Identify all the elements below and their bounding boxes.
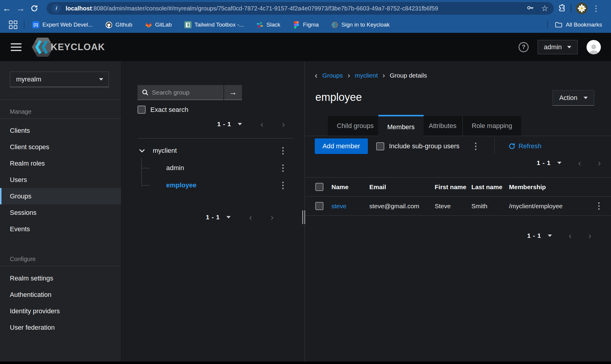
- kebab-menu-icon[interactable]: [281, 146, 285, 156]
- extensions-icon[interactable]: [558, 4, 566, 13]
- pagination-range[interactable]: 1 - 1: [537, 159, 551, 166]
- bookmark-keycloak-signin[interactable]: Sign in to Keycloak: [331, 21, 390, 28]
- sidebar-item-user-federation[interactable]: User federation: [0, 319, 121, 336]
- select-all-checkbox[interactable]: [315, 183, 323, 191]
- include-subgroup-checkbox[interactable]: [376, 142, 384, 150]
- column-header-membership: Membership: [509, 183, 590, 191]
- bookmark-figma[interactable]: Figma: [293, 21, 319, 28]
- panel-resize-handle[interactable]: [302, 210, 305, 224]
- nav-section-manage: Manage: [10, 108, 31, 115]
- group-search-input[interactable]: [152, 89, 220, 96]
- password-key-icon[interactable]: [526, 4, 535, 13]
- keycloak-logo[interactable]: KEYCLOAK: [32, 38, 105, 57]
- url-bar[interactable]: i localhost:8080/admin/master/console/#/…: [47, 2, 554, 15]
- bookmark-expert-web[interactable]: [1] Expert Web Devel...: [32, 21, 93, 28]
- user-menu-label: admin: [544, 43, 562, 51]
- pagination-range[interactable]: 1 - 1: [217, 121, 231, 128]
- pagination-next-icon[interactable]: ›: [598, 158, 601, 167]
- group-search-box: [138, 85, 223, 100]
- browser-profile-avatar[interactable]: [576, 3, 587, 14]
- pagination-range[interactable]: 1 - 1: [527, 232, 541, 239]
- user-menu-dropdown[interactable]: admin: [538, 40, 578, 54]
- sidebar-divider: [0, 118, 121, 119]
- refresh-label: Refresh: [519, 142, 541, 150]
- member-first-name: Steve: [435, 203, 471, 210]
- nav-item-label: Realm settings: [10, 274, 53, 282]
- bookmark-tailwind-toolbox[interactable]: Tailwind Toolbox -...: [184, 21, 244, 28]
- group-employee-selected[interactable]: employee: [166, 181, 197, 189]
- bookmarks-bar: [1] Expert Web Devel... GIthub GitLab Ta…: [0, 17, 611, 33]
- pagination-prev-icon[interactable]: ‹: [260, 120, 263, 129]
- sidebar-item-realm-settings[interactable]: Realm settings: [0, 270, 121, 286]
- tree-row-employee[interactable]: employee: [121, 178, 305, 193]
- sidebar-item-users[interactable]: Users: [0, 172, 121, 188]
- help-icon[interactable]: ?: [519, 42, 529, 52]
- column-header-first-name: First name: [435, 183, 471, 191]
- action-dropdown-button[interactable]: Action: [553, 90, 594, 106]
- bookmark-slack[interactable]: Slack: [256, 21, 280, 28]
- user-avatar[interactable]: [587, 40, 601, 54]
- all-bookmarks-button[interactable]: All Bookmarks: [555, 21, 602, 28]
- browser-forward-icon[interactable]: →: [14, 3, 27, 13]
- site-info-icon[interactable]: i: [52, 4, 61, 13]
- tab-child-groups[interactable]: Child groups: [328, 116, 383, 136]
- toolbar-kebab-icon[interactable]: [474, 141, 478, 151]
- kebab-menu-icon[interactable]: [281, 181, 285, 190]
- realm-selector[interactable]: myrealm: [10, 72, 109, 87]
- sidebar-item-authentication[interactable]: Authentication: [0, 286, 121, 303]
- sidebar-item-clients[interactable]: Clients: [0, 122, 121, 139]
- breadcrumb-back-icon[interactable]: ‹: [315, 71, 317, 80]
- browser-back-icon[interactable]: ←: [0, 3, 14, 13]
- toolbar-separator: [571, 4, 571, 12]
- url-text[interactable]: localhost:8080/admin/master/console/#/my…: [66, 5, 523, 12]
- group-admin[interactable]: admin: [166, 164, 184, 172]
- exact-search-checkbox[interactable]: [138, 106, 146, 114]
- pagination-next-icon[interactable]: ›: [588, 231, 591, 240]
- chevron-down-icon[interactable]: [139, 149, 145, 153]
- pagination-dropdown-icon[interactable]: [226, 216, 231, 218]
- browser-reload-icon[interactable]: [27, 4, 41, 12]
- browser-menu-kebab-icon[interactable]: ⋮: [592, 4, 603, 13]
- sidebar-item-client-scopes[interactable]: Client scopes: [0, 139, 121, 155]
- pagination-next-icon[interactable]: ›: [282, 120, 285, 129]
- include-subgroup-label: Include sub-group users: [389, 142, 459, 150]
- nav-section-configure: Configure: [10, 256, 36, 263]
- breadcrumb-myclient-link[interactable]: myclient: [355, 72, 378, 79]
- pagination-dropdown-icon[interactable]: [548, 235, 552, 237]
- tab-attributes[interactable]: Attributes: [420, 116, 465, 136]
- add-member-button[interactable]: Add member: [315, 138, 368, 154]
- sidebar-item-events[interactable]: Events: [0, 221, 121, 237]
- sidebar-item-sessions[interactable]: Sessions: [0, 204, 121, 221]
- members-pagination-top: 1 - 1 ‹ ›: [537, 158, 601, 167]
- search-submit-button[interactable]: →: [224, 85, 242, 100]
- bookmark-star-icon[interactable]: ☆: [541, 4, 548, 13]
- exact-search-label: Exact search: [150, 106, 188, 114]
- sidebar-item-realm-roles[interactable]: Realm roles: [0, 155, 121, 172]
- pagination-dropdown-icon[interactable]: [557, 162, 561, 164]
- pagination-range[interactable]: 1 - 1: [206, 214, 220, 221]
- kebab-menu-icon[interactable]: [281, 163, 285, 173]
- group-details-panel: ‹ Groups › myclient › Group details empl…: [305, 61, 611, 362]
- pagination-dropdown-icon[interactable]: [238, 123, 242, 125]
- hamburger-menu-icon[interactable]: [11, 41, 21, 53]
- refresh-button[interactable]: Refresh: [508, 142, 541, 150]
- apps-grid-icon[interactable]: [9, 21, 17, 29]
- bookmark-gitlab[interactable]: GitLab: [145, 21, 172, 28]
- bookmark-github[interactable]: GIthub: [105, 21, 132, 28]
- row-checkbox[interactable]: [315, 202, 323, 210]
- group-myclient[interactable]: myclient: [153, 147, 177, 155]
- tab-members[interactable]: Members: [378, 115, 424, 138]
- sidebar-item-identity-providers[interactable]: Identity providers: [0, 303, 121, 319]
- tab-role-mapping[interactable]: Role mapping: [462, 116, 521, 136]
- tree-row-admin[interactable]: admin: [121, 161, 305, 175]
- pagination-prev-icon[interactable]: ‹: [569, 231, 572, 240]
- tree-row-myclient[interactable]: myclient: [121, 143, 305, 158]
- sidebar-item-groups[interactable]: Groups: [0, 188, 121, 204]
- row-kebab-icon[interactable]: [597, 201, 601, 211]
- member-name-link[interactable]: steve: [331, 203, 346, 209]
- pagination-next-icon[interactable]: ›: [271, 213, 274, 222]
- breadcrumb-groups-link[interactable]: Groups: [322, 72, 343, 79]
- pagination-prev-icon[interactable]: ‹: [249, 213, 252, 222]
- url-path: :8080/admin/master/console/#/myrealm/gro…: [92, 5, 438, 12]
- pagination-prev-icon[interactable]: ‹: [578, 158, 581, 167]
